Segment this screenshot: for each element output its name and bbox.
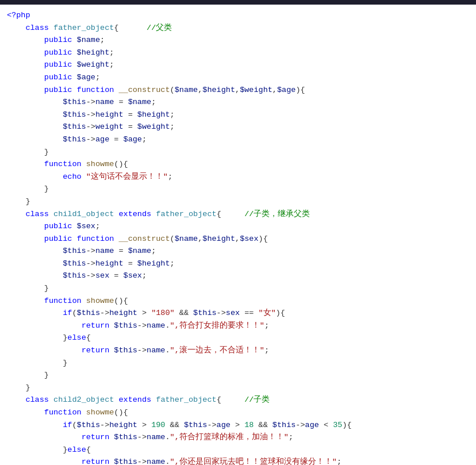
line-21: $this->height = $height; (0, 258, 476, 270)
line-1: <?php (0, 9, 476, 22)
line-23: } (0, 282, 476, 295)
line-33: function showme(){ (0, 406, 476, 419)
line-11: $this->age = $age; (0, 133, 476, 146)
line-25: if($this->height > "180" && $this->sex =… (0, 307, 476, 320)
line-30: } (0, 369, 476, 382)
line-14: echo "这句话不会显示！！"; (0, 171, 476, 183)
code-editor: <?php class father_object{ //父类 public $… (0, 5, 476, 465)
line-34: if($this->height > 190 && $this->age > 1… (0, 419, 476, 432)
line-8: $this->name = $name; (0, 96, 476, 109)
line-17: class child1_object extends father_objec… (0, 208, 476, 221)
line-32: class child2_object extends father_objec… (0, 394, 476, 406)
line-2: class father_object{ //父类 (0, 22, 476, 34)
line-12: } (0, 146, 476, 159)
line-26: return $this->name.",符合打女排的要求！！"; (0, 320, 476, 332)
line-31: } (0, 382, 476, 394)
line-18: public $sex; (0, 220, 476, 233)
line-28: return $this->name.",滚一边去，不合适！！"; (0, 344, 476, 357)
line-15: } (0, 183, 476, 195)
line-20: $this->name = $name; (0, 245, 476, 258)
line-29: } (0, 357, 476, 370)
line-27: }else{ (0, 332, 476, 344)
line-3: public $name; (0, 34, 476, 47)
line-10: $this->weight = $weight; (0, 121, 476, 133)
line-24: function showme(){ (0, 295, 476, 308)
line-5: public $weight; (0, 59, 476, 71)
line-4: public $height; (0, 47, 476, 59)
line-13: function showme(){ (0, 158, 476, 171)
line-9: $this->height = $height; (0, 109, 476, 121)
line-35: return $this->name.",符合打篮球的标准，加油！！"; (0, 431, 476, 444)
line-22: $this->sex = $sex; (0, 270, 476, 282)
line-19: public function __construct($name,$heigh… (0, 233, 476, 245)
line-36: }else{ (0, 444, 476, 456)
line-7: public function __construct($name,$heigh… (0, 84, 476, 97)
line-37: return $this->name.",你还是回家玩去吧！！篮球和没有缘分！！… (0, 456, 476, 465)
line-16: } (0, 195, 476, 208)
line-6: public $age; (0, 71, 476, 84)
